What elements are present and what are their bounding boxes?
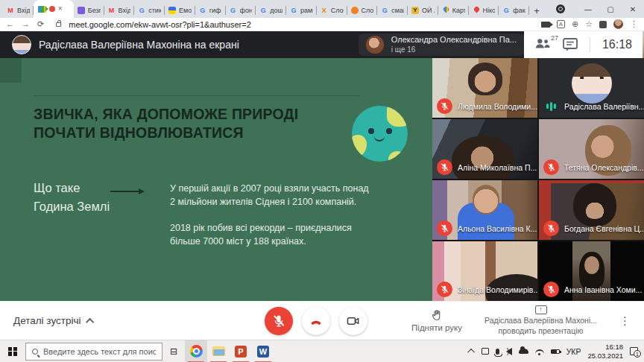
new-tab-button[interactable]: + xyxy=(529,3,544,18)
browser-update-icon[interactable] xyxy=(556,4,565,13)
presenting-status[interactable]: ↑ Радіслава Валеріївна Махоні... проводи… xyxy=(484,305,597,336)
google-favicon-icon: G xyxy=(259,7,267,14)
taskbar-explorer[interactable] xyxy=(207,340,230,362)
browser-tab[interactable]: Безпе xyxy=(74,3,104,18)
tray-window-icon[interactable] xyxy=(482,348,489,355)
raise-hand-button[interactable]: Підняти руку xyxy=(411,309,462,332)
maps-favicon-icon xyxy=(442,7,449,14)
participant-tile[interactable]: Радіслава Валеріївн... xyxy=(539,58,644,118)
google-favicon-icon: G xyxy=(290,7,297,14)
chevron-up-icon xyxy=(86,317,94,326)
participant-tile[interactable]: Анна Іванівна Хоми... xyxy=(539,241,644,301)
chat-icon[interactable] xyxy=(563,38,578,51)
camera-in-use-icon[interactable] xyxy=(541,22,550,28)
tab-label: Вхідні xyxy=(119,7,131,14)
speaking-indicator-icon xyxy=(543,98,559,114)
browser-tab[interactable]: Gгиф ан xyxy=(195,3,226,18)
folder-icon xyxy=(212,346,225,356)
participant-tile[interactable]: Тетяна Олександрів... xyxy=(539,119,644,179)
tray-language[interactable]: УКР xyxy=(566,347,581,356)
taskbar-chrome[interactable] xyxy=(185,340,207,362)
browser-tab[interactable]: YОЙ ло xyxy=(408,3,438,18)
browser-tab[interactable]: Gфакел xyxy=(499,3,529,18)
mic-muted-icon xyxy=(437,98,452,114)
tray-speaker-icon[interactable] xyxy=(506,348,512,355)
extension-icon[interactable] xyxy=(599,21,607,28)
participant-tile[interactable]: Альона Василівна К... xyxy=(432,180,537,240)
participant-tile[interactable]: Аліна Миколаївна П... xyxy=(432,119,537,179)
search-placeholder: Введите здесь текст для поиска xyxy=(43,347,156,356)
meet-header: Радіслава Валеріївна Махоніна на екрані … xyxy=(0,31,644,58)
tab-label: Нікол xyxy=(483,7,496,14)
yandex-favicon-icon: Y xyxy=(411,7,419,14)
participant-tile[interactable]: Зінаїда Володимирів... xyxy=(432,241,537,301)
hang-up-button[interactable] xyxy=(302,307,330,335)
mic-muted-icon xyxy=(437,220,452,236)
taskbar-powerpoint[interactable]: P xyxy=(230,340,252,362)
participant-name: Анна Іванівна Хоми... xyxy=(564,285,642,294)
translate-icon[interactable]: A xyxy=(557,20,565,28)
browser-tab[interactable]: XСлова xyxy=(317,3,347,18)
notification-center-icon[interactable]: 1 xyxy=(630,347,638,355)
lock-icon[interactable] xyxy=(56,22,61,27)
tray-wifi-icon[interactable] xyxy=(535,349,544,354)
browser-tab[interactable]: Нікол xyxy=(469,3,499,18)
camera-toggle-button[interactable] xyxy=(339,307,367,335)
browser-tab[interactable]: Gфон д xyxy=(226,3,256,18)
participant-tile[interactable]: Людмила Володими... xyxy=(432,58,537,118)
close-button[interactable]: ✕ xyxy=(622,0,644,18)
bookmark-star-icon[interactable]: ☆ xyxy=(585,20,593,28)
tab-label: Слова xyxy=(331,7,344,14)
forward-icon[interactable]: → xyxy=(22,20,30,28)
minimize-button[interactable]: — xyxy=(577,0,599,18)
taskbar-search[interactable]: Введите здесь текст для поиска xyxy=(25,343,162,361)
browser-tab[interactable]: MВхідні xyxy=(3,3,34,18)
tray-onedrive-icon[interactable] xyxy=(519,349,528,354)
more-options-icon[interactable]: ⋮ xyxy=(619,314,631,328)
tab-label: стике xyxy=(148,7,161,14)
participant-chip-more: і ще 16 xyxy=(391,45,517,55)
address-bar[interactable]: meet.google.com/ekw-avwt-osr?pli=1&authu… xyxy=(69,20,251,29)
windows-taskbar: Введите здесь текст для поиска ⊟ P W УКР… xyxy=(0,340,644,362)
meeting-details-button[interactable]: Деталі зустрічі xyxy=(13,315,94,326)
start-button[interactable] xyxy=(0,340,25,362)
back-icon[interactable]: ← xyxy=(6,20,14,28)
browser-tabs: MВхідні×БезпеMВхідніGстикеЕмоціGгиф анGф… xyxy=(3,0,529,18)
mic-muted-icon xyxy=(437,159,452,175)
browser-tab[interactable]: Карти xyxy=(438,3,469,18)
tray-battery-icon[interactable] xyxy=(551,349,560,354)
browser-menu-icon[interactable]: ⋮ xyxy=(630,20,638,28)
browser-tab[interactable]: Слова xyxy=(347,3,378,18)
browser-tab[interactable]: Gсмайл xyxy=(377,3,408,18)
participant-chip-name: Олександра Олександрівна Па... xyxy=(391,35,517,45)
maximize-button[interactable]: ▢ xyxy=(599,0,622,18)
hand-icon xyxy=(431,309,443,322)
close-tab-icon[interactable]: × xyxy=(58,5,63,13)
participant-tile[interactable]: Богдана Євгенівна Ц... xyxy=(539,180,644,240)
zoom-icon[interactable]: ⊕ xyxy=(572,20,578,28)
presentation-slide: ЗВИЧКА, ЯКА ДОПОМОЖЕ ПРИРОДІ ПОЧАТИ ВІДН… xyxy=(0,58,432,301)
participants-chip[interactable]: Олександра Олександрівна Па... і ще 16 xyxy=(359,34,524,56)
taskbar-word[interactable]: W xyxy=(252,340,274,362)
tray-mic-icon[interactable] xyxy=(496,349,499,355)
browser-tab[interactable]: Gдошка xyxy=(256,3,286,18)
people-button[interactable]: 27 xyxy=(534,37,551,52)
tray-clock[interactable]: 16:18 25.03.2021 xyxy=(587,343,623,361)
header-divider xyxy=(590,37,590,52)
browser-tab[interactable]: Емоці xyxy=(165,3,195,18)
google-favicon-icon: G xyxy=(230,7,237,14)
browser-tab-active[interactable]: × xyxy=(34,0,74,18)
browser-tab[interactable]: Gстике xyxy=(134,3,165,18)
task-view-button[interactable]: ⊟ xyxy=(162,340,185,362)
presenter-banner-text: Радіслава Валеріївна Махоніна на екрані xyxy=(39,39,239,51)
browser-toolbar: ← → ⟳ meet.google.com/ekw-avwt-osr?pli=1… xyxy=(0,18,644,31)
browser-tab[interactable]: Gрамка xyxy=(286,3,317,18)
recording-dot-icon xyxy=(49,6,55,12)
browser-tab[interactable]: MВхідні xyxy=(104,3,135,18)
arrow-icon xyxy=(110,191,140,192)
mic-toggle-button[interactable] xyxy=(265,307,293,335)
tray-expand-icon[interactable] xyxy=(467,349,475,356)
participant-name: Богдана Євгенівна Ц... xyxy=(564,224,644,233)
profile-avatar[interactable] xyxy=(613,19,623,29)
reload-icon[interactable]: ⟳ xyxy=(37,20,44,28)
